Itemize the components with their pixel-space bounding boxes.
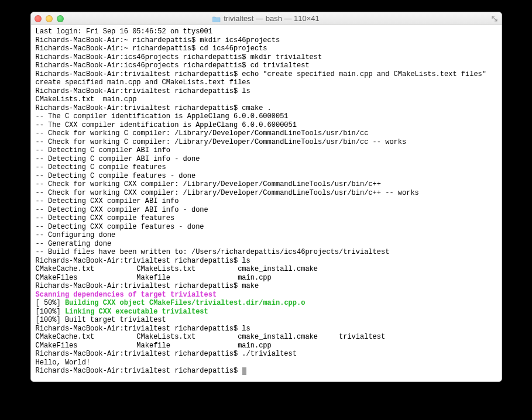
terminal-line: -- Generating done: [36, 240, 497, 249]
terminal-line: CMakeCache.txt CMakeLists.txt cmake_inst…: [36, 265, 497, 274]
terminal-line: [100%] Linking CXX executable trivialtes…: [36, 308, 497, 316]
terminal-line: CMakeFiles Makefile main.cpp: [36, 342, 497, 350]
terminal-line: -- Build files have been written to: /Us…: [36, 248, 497, 257]
terminal-line: Richards-MacBook-Air:trivialtest richard…: [36, 350, 497, 359]
terminal-line: -- Check for working CXX compiler: /Libr…: [36, 189, 497, 198]
terminal-output[interactable]: Last login: Fri Sep 16 05:46:52 on ttys0…: [31, 25, 502, 381]
folder-icon: [212, 15, 221, 22]
window-title-text: trivialtest — bash — 110×41: [224, 14, 320, 23]
terminal-line: -- The C compiler identification is Appl…: [36, 112, 497, 121]
minimize-button[interactable]: [46, 15, 53, 22]
zoom-button[interactable]: [57, 15, 64, 22]
terminal-line: -- Detecting CXX compiler ABI info - don…: [36, 206, 497, 215]
terminal-line: Richards-MacBook-Air:trivialtest richard…: [36, 257, 497, 266]
terminal-line: CMakeFiles Makefile main.cpp: [36, 274, 497, 283]
terminal-line: -- Detecting C compiler ABI info - done: [36, 155, 497, 164]
terminal-line: -- The CXX compiler identification is Ap…: [36, 121, 497, 130]
cursor: [242, 367, 246, 375]
terminal-line: Richards-MacBook-Air:trivialtest richard…: [36, 282, 497, 291]
terminal-line: create specified main.cpp and CMakeLists…: [36, 78, 497, 87]
terminal-line: Richards-MacBook-Air:trivialtest richard…: [36, 367, 497, 376]
terminal-line: [100%] Built target trivialtest: [36, 316, 497, 325]
terminal-line: -- Detecting CXX compile features - done: [36, 223, 497, 232]
traffic-lights: [35, 15, 64, 22]
terminal-line: Richards-MacBook-Air:ics46projects richa…: [36, 61, 497, 70]
terminal-line: CMakeCache.txt CMakeLists.txt cmake_inst…: [36, 333, 497, 342]
terminal-line: Richards-MacBook-Air:trivialtest richard…: [36, 104, 497, 113]
window-title: trivialtest — bash — 110×41: [31, 14, 502, 23]
terminal-line: -- Detecting C compile features - done: [36, 172, 497, 181]
terminal-line: -- Detecting C compile features: [36, 163, 497, 172]
terminal-line: Richards-MacBook-Air:ics46projects richa…: [36, 53, 497, 62]
terminal-line: Richards-MacBook-Air:~ richardepattis$ c…: [36, 44, 497, 53]
terminal-line: Richards-MacBook-Air:trivialtest richard…: [36, 70, 497, 79]
terminal-line: Last login: Fri Sep 16 05:46:52 on ttys0…: [36, 27, 497, 36]
terminal-line: -- Check for working CXX compiler: /Libr…: [36, 180, 497, 189]
terminal-line: Richards-MacBook-Air:trivialtest richard…: [36, 325, 497, 333]
terminal-line: Richards-MacBook-Air:trivialtest richard…: [36, 87, 497, 96]
terminal-line: Scanning dependencies of target trivialt…: [36, 291, 497, 299]
terminal-line: -- Detecting CXX compile features: [36, 214, 497, 223]
terminal-line: -- Check for working C compiler: /Librar…: [36, 138, 497, 147]
terminal-line: -- Check for working C compiler: /Librar…: [36, 129, 497, 138]
terminal-line: Richards-MacBook-Air:~ richardepattis$ m…: [36, 36, 497, 45]
terminal-line: -- Detecting CXX compiler ABI info: [36, 197, 497, 206]
terminal-line: -- Configuring done: [36, 231, 497, 240]
titlebar[interactable]: trivialtest — bash — 110×41: [31, 12, 502, 25]
terminal-line: -- Detecting C compiler ABI info: [36, 146, 497, 155]
terminal-line: [ 50%] Building CXX object CMakeFiles/tr…: [36, 299, 497, 308]
terminal-line: Hello, World!: [36, 359, 497, 367]
terminal-line: CMakeLists.txt main.cpp: [36, 95, 497, 104]
terminal-window: trivialtest — bash — 110×41 Last login: …: [30, 12, 502, 382]
close-button[interactable]: [35, 15, 42, 22]
fullscreen-icon[interactable]: [491, 15, 499, 22]
